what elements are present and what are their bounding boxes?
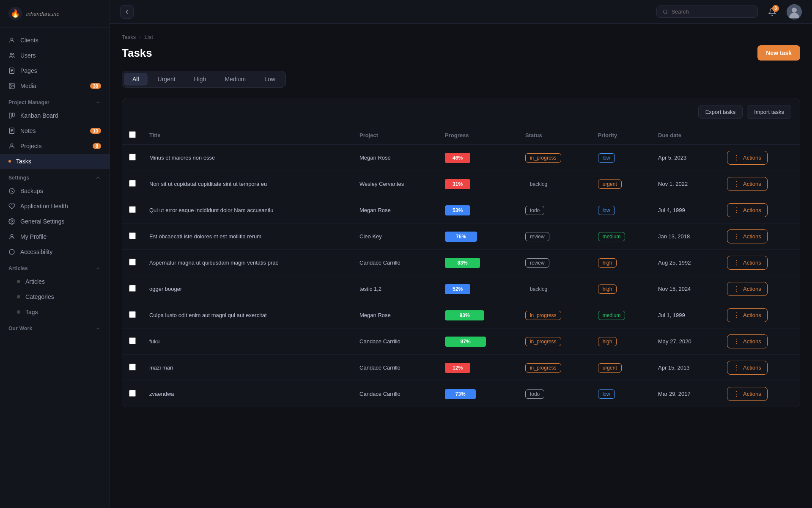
notification-button[interactable]: 3	[765, 4, 780, 19]
task-progress-0: 46%	[438, 145, 518, 171]
row-checkbox-9[interactable]	[129, 390, 136, 397]
row-checkbox-0[interactable]	[129, 154, 136, 160]
row-checkbox-7[interactable]	[129, 337, 136, 344]
tasks-table: Title Project Progress Status Priority D…	[122, 126, 800, 407]
task-status-4: review	[518, 250, 591, 276]
sidebar-item-tags[interactable]: Tags	[0, 304, 110, 320]
filter-tab-high[interactable]: High	[186, 73, 215, 86]
col-title: Title	[143, 126, 353, 145]
sidebar-item-projects[interactable]: Projects 8	[0, 138, 110, 154]
sidebar-item-app-health[interactable]: Application Health	[0, 199, 110, 214]
col-project: Project	[353, 126, 438, 145]
filter-tab-low[interactable]: Low	[256, 73, 284, 86]
select-all-checkbox[interactable]	[129, 131, 136, 138]
sidebar-item-pages[interactable]: Pages	[0, 63, 110, 78]
users-icon	[8, 52, 15, 59]
sidebar-item-notes[interactable]: Notes 10	[0, 123, 110, 138]
task-status-7: in_progress	[518, 329, 591, 355]
svg-text:🔥: 🔥	[11, 9, 20, 18]
notes-icon	[8, 127, 15, 134]
row-checkbox-2[interactable]	[129, 206, 136, 213]
sidebar-item-users[interactable]: Users	[0, 48, 110, 63]
sidebar-item-my-profile[interactable]: My Profile	[0, 229, 110, 244]
actions-button-4[interactable]: ⋮ Actions	[727, 256, 768, 270]
new-task-button[interactable]: New task	[757, 45, 800, 61]
sidebar-item-articles[interactable]: Articles	[0, 274, 110, 289]
media-label: Media	[20, 83, 36, 89]
row-checkbox-3[interactable]	[129, 232, 136, 239]
actions-button-2[interactable]: ⋮ Actions	[727, 203, 768, 217]
task-project-8: Candace Carrillo	[353, 355, 438, 381]
task-actions-2: ⋮ Actions	[720, 197, 800, 224]
sidebar-item-tasks[interactable]: Tasks	[0, 154, 110, 169]
export-tasks-button[interactable]: Export tasks	[698, 105, 743, 119]
filter-tab-medium[interactable]: Medium	[216, 73, 254, 86]
filter-tab-urgent[interactable]: Urgent	[149, 73, 184, 86]
breadcrumb: Tasks › List	[122, 34, 800, 40]
svg-point-11	[11, 144, 13, 146]
task-project-0: Megan Rose	[353, 145, 438, 171]
tasks-dot	[8, 160, 11, 163]
app-health-label: Application Health	[20, 203, 68, 210]
articles-label: Articles	[25, 278, 45, 285]
row-checkbox-1[interactable]	[129, 180, 136, 187]
actions-button-1[interactable]: ⋮ Actions	[727, 177, 768, 191]
actions-button-7[interactable]: ⋮ Actions	[727, 334, 768, 348]
task-project-3: Cleo Key	[353, 224, 438, 250]
actions-button-6[interactable]: ⋮ Actions	[727, 308, 768, 322]
back-button[interactable]	[120, 5, 134, 19]
task-actions-6: ⋮ Actions	[720, 302, 800, 329]
sidebar-item-categories[interactable]: Categories	[0, 289, 110, 304]
task-progress-4: 83%	[438, 250, 518, 276]
settings-section: Settings	[0, 169, 110, 183]
breadcrumb-tasks[interactable]: Tasks	[122, 34, 136, 40]
accessibility-icon	[8, 248, 15, 255]
svg-rect-5	[10, 68, 14, 73]
task-priority-9: low	[591, 381, 651, 407]
actions-button-0[interactable]: ⋮ Actions	[727, 151, 768, 165]
search-input[interactable]	[672, 8, 752, 15]
task-priority-4: high	[591, 250, 651, 276]
filter-tab-all[interactable]: All	[124, 73, 148, 86]
row-checkbox-5[interactable]	[129, 285, 136, 292]
task-title-3: Est obcaecati iste dolores et est mollit…	[143, 224, 353, 250]
row-checkbox-4[interactable]	[129, 259, 136, 265]
col-due-date: Due date	[651, 126, 720, 145]
actions-button-3[interactable]: ⋮ Actions	[727, 229, 768, 243]
backups-label: Backups	[20, 188, 43, 194]
task-title-8: mazi mari	[143, 355, 353, 381]
breadcrumb-separator: ›	[139, 34, 141, 40]
sidebar-main-nav: Clients Users Pages Media 38 Project Man…	[0, 28, 110, 339]
sidebar-item-kanban[interactable]: Kanban Board	[0, 108, 110, 123]
general-settings-label: General Settings	[20, 218, 64, 225]
sidebar-item-media[interactable]: Media 38	[0, 78, 110, 94]
sidebar-item-clients[interactable]: Clients	[0, 33, 110, 48]
backups-icon	[8, 188, 15, 194]
import-tasks-button[interactable]: Import tasks	[747, 105, 791, 119]
search-bar[interactable]	[656, 6, 758, 18]
sidebar-item-general-settings[interactable]: General Settings	[0, 214, 110, 229]
actions-button-5[interactable]: ⋮ Actions	[727, 282, 768, 296]
task-due-date-7: May 27, 2020	[651, 329, 720, 355]
task-priority-6: medium	[591, 302, 651, 329]
task-progress-9: 73%	[438, 381, 518, 407]
topbar: 3	[110, 0, 812, 24]
actions-button-8[interactable]: ⋮ Actions	[727, 361, 768, 375]
table-row: mazi mari Candace Carrillo 12% in_progre…	[122, 355, 800, 381]
svg-point-2	[11, 38, 13, 40]
categories-tree-dot	[17, 295, 20, 298]
sidebar-item-backups[interactable]: Backups	[0, 183, 110, 199]
row-checkbox-8[interactable]	[129, 364, 136, 370]
task-progress-7: 97%	[438, 329, 518, 355]
table-row: ogger booger testic 1,2 52% backlog high…	[122, 276, 800, 302]
table-row: Culpa iusto odit enim aut magni qui aut …	[122, 302, 800, 329]
actions-button-9[interactable]: ⋮ Actions	[727, 387, 768, 401]
topbar-right: 3	[656, 4, 802, 19]
sidebar-item-accessibility[interactable]: Accessibility	[0, 244, 110, 260]
task-due-date-1: Nov 1, 2022	[651, 171, 720, 197]
notification-badge: 3	[772, 5, 779, 12]
task-title-1: Non sit ut cupidatat cupiditate sint ut …	[143, 171, 353, 197]
col-priority: Priority	[591, 126, 651, 145]
row-checkbox-6[interactable]	[129, 311, 136, 318]
task-status-6: in_progress	[518, 302, 591, 329]
